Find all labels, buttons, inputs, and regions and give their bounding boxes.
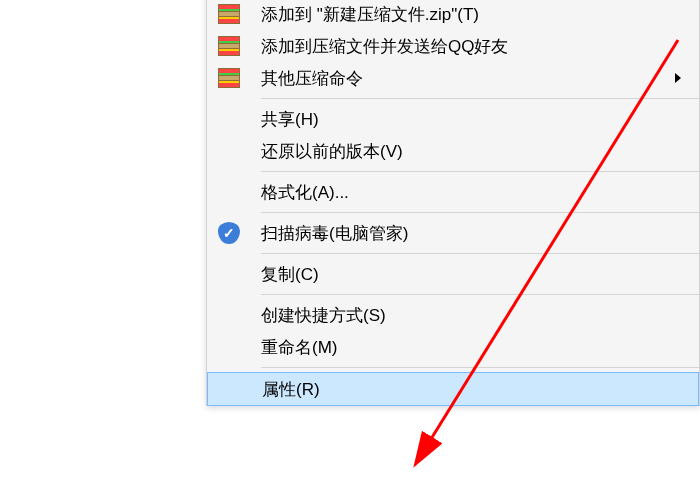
menu-item-format[interactable]: 格式化(A)... <box>207 176 699 208</box>
menu-label: 复制(C) <box>251 263 699 286</box>
menu-label: 添加到 "新建压缩文件.zip"(T) <box>251 3 699 26</box>
context-menu: 添加到压缩文件(A)... 添加到 "新建压缩文件.zip"(T) 添加到压缩文… <box>206 0 700 406</box>
menu-separator <box>261 98 699 99</box>
menu-separator <box>261 212 699 213</box>
menu-item-rename[interactable]: 重命名(M) <box>207 331 699 363</box>
menu-label: 其他压缩命令 <box>251 67 675 90</box>
menu-item-add-to-named-zip[interactable]: 添加到 "新建压缩文件.zip"(T) <box>207 0 699 30</box>
menu-label: 还原以前的版本(V) <box>251 140 699 163</box>
menu-separator <box>261 253 699 254</box>
menu-item-properties[interactable]: 属性(R) <box>207 372 699 406</box>
menu-item-archive-send-qq[interactable]: 添加到压缩文件并发送给QQ好友 <box>207 30 699 62</box>
menu-label: 创建快捷方式(S) <box>251 304 699 327</box>
menu-separator <box>261 367 699 368</box>
menu-label: 属性(R) <box>252 378 698 401</box>
submenu-arrow-icon <box>675 73 681 83</box>
menu-label: 添加到压缩文件并发送给QQ好友 <box>251 35 699 58</box>
menu-label: 扫描病毒(电脑管家) <box>251 222 699 245</box>
menu-item-copy[interactable]: 复制(C) <box>207 258 699 290</box>
menu-label: 格式化(A)... <box>251 181 699 204</box>
menu-item-create-shortcut[interactable]: 创建快捷方式(S) <box>207 299 699 331</box>
menu-item-scan-virus[interactable]: 扫描病毒(电脑管家) <box>207 217 699 249</box>
menu-item-other-archive-commands[interactable]: 其他压缩命令 <box>207 62 699 94</box>
menu-item-share[interactable]: 共享(H) <box>207 103 699 135</box>
shield-icon <box>207 217 251 249</box>
archive-icon <box>207 0 251 30</box>
menu-label: 重命名(M) <box>251 336 699 359</box>
menu-separator <box>261 171 699 172</box>
archive-icon <box>207 62 251 94</box>
archive-icon <box>207 30 251 62</box>
menu-separator <box>261 294 699 295</box>
menu-label: 共享(H) <box>251 108 699 131</box>
menu-item-restore-previous[interactable]: 还原以前的版本(V) <box>207 135 699 167</box>
